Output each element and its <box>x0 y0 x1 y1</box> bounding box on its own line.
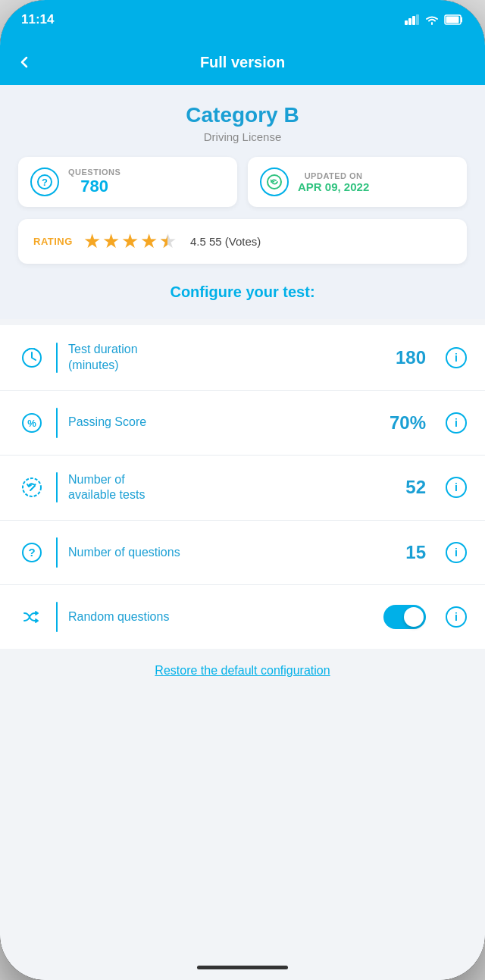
question-circle-icon: ? <box>18 539 45 566</box>
config-item-available-tests[interactable]: Number ofavailable tests 52 i <box>0 456 485 521</box>
battery-icon <box>444 14 464 25</box>
passing-score-label: Passing Score <box>68 415 379 431</box>
svg-text:%: % <box>27 418 36 429</box>
rating-label: RATING <box>33 236 73 247</box>
signal-icon <box>405 14 420 25</box>
category-subtitle: Driving License <box>18 130 467 143</box>
svg-rect-5 <box>446 17 459 23</box>
updated-label: UPDATED ON <box>298 171 369 180</box>
main-content: Category B Driving License ? QUESTIONS <box>0 85 485 954</box>
top-bar-title: Full version <box>200 54 285 71</box>
status-icons <box>405 14 464 25</box>
svg-point-12 <box>23 478 41 496</box>
available-tests-info-button[interactable]: i <box>446 477 467 498</box>
config-item-passing-score[interactable]: % Passing Score 70% i <box>0 391 485 456</box>
star-3: ★ <box>121 230 139 253</box>
configure-title: Configure your test: <box>18 276 467 304</box>
config-divider <box>56 472 58 503</box>
questions-card: ? QUESTIONS 780 <box>18 157 237 207</box>
back-button[interactable] <box>15 53 33 71</box>
top-bar: Full version <box>0 39 485 85</box>
svg-rect-0 <box>405 20 408 25</box>
info-cards: ? QUESTIONS 780 <box>18 157 467 207</box>
config-item-test-duration[interactable]: Test duration(minutes) 180 i <box>0 325 485 391</box>
svg-line-13 <box>30 486 35 490</box>
config-item-num-questions[interactable]: ? Number of questions 15 i <box>0 521 485 585</box>
config-divider <box>56 602 58 632</box>
home-indicator <box>0 954 485 980</box>
rating-card: RATING ★ ★ ★ ★ ★ ★ 4.5 55 (Votes) <box>18 219 467 264</box>
test-duration-value: 180 <box>396 347 426 368</box>
clock-icon <box>18 344 45 371</box>
rating-votes: 55 (Votes) <box>209 235 261 248</box>
svg-text:?: ? <box>42 177 48 188</box>
questions-content: QUESTIONS 780 <box>68 168 120 196</box>
questions-label: QUESTIONS <box>68 168 120 177</box>
random-questions-label: Random questions <box>68 609 373 625</box>
star-1: ★ <box>83 230 101 253</box>
passing-score-value: 70% <box>390 412 426 434</box>
passing-score-info-button[interactable]: i <box>446 412 467 434</box>
random-questions-info-button[interactable]: i <box>446 606 467 628</box>
phone-screen: 11:14 <box>0 0 485 980</box>
test-duration-info-button[interactable]: i <box>446 347 467 368</box>
status-bar: 11:14 <box>0 0 485 39</box>
rating-text: 4.5 55 (Votes) <box>190 235 261 248</box>
svg-text:?: ? <box>28 546 35 559</box>
status-time: 11:14 <box>21 12 54 27</box>
updated-value: APR 09, 2022 <box>298 180 369 193</box>
num-questions-value: 15 <box>405 542 426 563</box>
config-divider <box>56 343 58 373</box>
num-questions-label: Number of questions <box>68 545 395 561</box>
star-2: ★ <box>102 230 120 253</box>
header-section: Category B Driving License ? QUESTIONS <box>0 85 485 319</box>
test-duration-label: Test duration(minutes) <box>68 342 385 374</box>
toggle-knob <box>404 607 424 627</box>
star-5: ★ ★ <box>159 230 177 253</box>
reload-icon <box>18 474 45 501</box>
svg-rect-1 <box>408 18 411 25</box>
config-divider <box>56 408 58 438</box>
restore-default-link[interactable]: Restore the default configuration <box>155 664 330 677</box>
wifi-icon <box>424 14 440 25</box>
rating-value: 4.5 <box>190 235 206 248</box>
star-4: ★ <box>140 230 158 253</box>
config-list: Test duration(minutes) 180 i % Passing S… <box>0 325 485 649</box>
config-item-random-questions[interactable]: Random questions i <box>0 585 485 649</box>
shuffle-icon <box>18 603 45 631</box>
stars: ★ ★ ★ ★ ★ ★ <box>83 230 177 253</box>
updated-content: UPDATED ON APR 09, 2022 <box>298 171 369 193</box>
percent-icon: % <box>18 409 45 437</box>
available-tests-value: 52 <box>405 477 426 498</box>
phone-frame: 11:14 <box>0 0 485 980</box>
updated-icon <box>260 168 289 196</box>
questions-icon: ? <box>30 168 59 196</box>
num-questions-info-button[interactable]: i <box>446 542 467 563</box>
footer-section: Restore the default configuration <box>0 649 485 690</box>
questions-value: 780 <box>68 177 120 196</box>
random-questions-toggle[interactable] <box>383 605 426 629</box>
svg-rect-2 <box>412 16 415 25</box>
home-bar <box>197 966 288 969</box>
svg-rect-3 <box>416 14 419 25</box>
available-tests-label: Number ofavailable tests <box>68 472 395 504</box>
config-divider <box>56 537 58 568</box>
updated-card: UPDATED ON APR 09, 2022 <box>248 157 467 207</box>
category-title: Category B <box>18 103 467 127</box>
